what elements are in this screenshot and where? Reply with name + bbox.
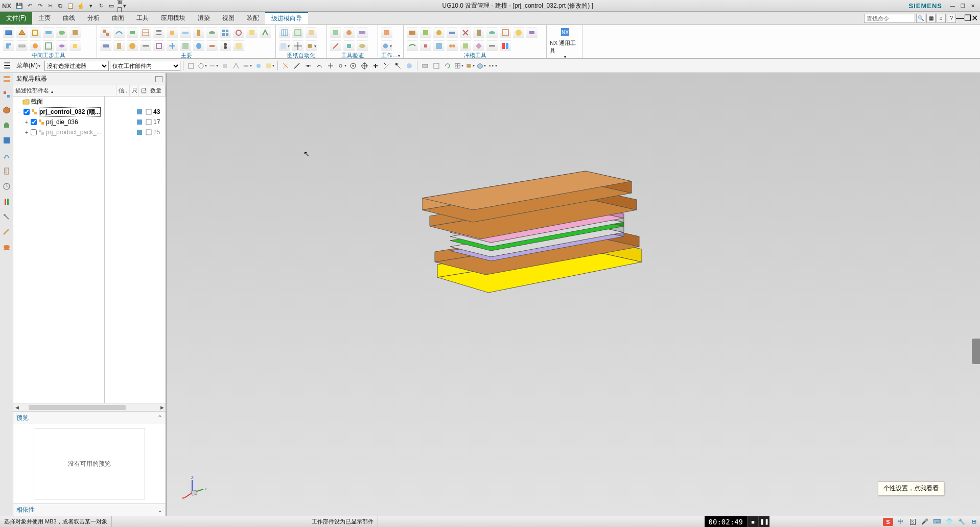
snap-end-icon[interactable] (393, 61, 403, 71)
ribbon-icon[interactable] (140, 27, 151, 38)
ribbon-icon[interactable] (3, 27, 14, 38)
rail-layers-icon[interactable] (2, 243, 12, 253)
help-home-icon[interactable]: ⌂ (937, 14, 946, 23)
ribbon-icon[interactable] (233, 27, 244, 38)
view-refresh-icon[interactable] (442, 61, 453, 71)
rail-constraint-icon[interactable] (2, 89, 12, 100)
tab-curve[interactable]: 曲线 (57, 12, 81, 25)
rail-internet-icon[interactable] (2, 151, 12, 161)
rail-history-icon[interactable] (2, 120, 12, 130)
ribbon-icon[interactable] (246, 27, 258, 38)
window-menu[interactable]: 窗口▾ (117, 1, 126, 10)
view-icon[interactable] (431, 61, 441, 71)
ime-keyboard-icon[interactable]: ⌨ (932, 518, 942, 526)
ribbon-icon[interactable] (100, 40, 111, 52)
qat-refresh-icon[interactable]: ↻ (97, 1, 106, 10)
ribbon-icon[interactable] (153, 40, 165, 52)
scroll-right-icon[interactable]: ▶ (158, 405, 166, 410)
ime-skin-icon[interactable]: 👕 (944, 518, 954, 526)
tab-tools[interactable]: 工具 (130, 12, 155, 25)
tree-row[interactable]: − prj_control_032 (顺... 43 (13, 107, 166, 117)
tree-section-row[interactable]: 截面 (13, 97, 166, 107)
ime-punct-icon[interactable]: 🅂 (907, 518, 918, 526)
scope-filter-dropdown[interactable]: 仅在工作部件内 (110, 61, 180, 71)
snap-line2-icon[interactable] (303, 61, 313, 71)
qat-save-icon[interactable]: 💾 (15, 1, 24, 10)
help-question-icon[interactable]: ? (947, 14, 956, 23)
ribbon-icon[interactable] (206, 40, 218, 52)
minimize-button[interactable]: — (948, 2, 956, 9)
selbar-icon[interactable] (253, 61, 264, 71)
tree-checkbox[interactable] (24, 109, 30, 115)
ribbon-icon[interactable] (206, 27, 218, 38)
ribbon-icon[interactable] (407, 40, 418, 52)
3d-viewport[interactable]: ↖ (167, 73, 980, 516)
ribbon-icon[interactable] (180, 40, 191, 52)
ribbon-icon[interactable] (357, 27, 368, 38)
column-readonly[interactable]: 只 (130, 85, 139, 96)
tree-checkbox[interactable] (31, 119, 37, 125)
ribbon-icon[interactable] (16, 40, 28, 52)
qat-paste-icon[interactable]: 📋 (66, 1, 75, 10)
ribbon-icon[interactable] (56, 40, 67, 52)
ribbon-icon[interactable] (306, 27, 317, 38)
rail-ruler-icon[interactable] (2, 166, 12, 176)
ribbon-icon[interactable] (330, 27, 341, 38)
collapse-icon[interactable]: ⌃ (157, 414, 162, 421)
ribbon-icon[interactable] (447, 40, 458, 52)
ime-tool-icon[interactable]: 🔧 (956, 518, 967, 526)
snap-perp-icon[interactable] (382, 61, 392, 71)
ribbon-icon[interactable] (113, 40, 125, 52)
ribbon-icon[interactable] (113, 27, 125, 38)
ribbon-icon[interactable] (193, 40, 204, 52)
view-layer-icon[interactable] (465, 61, 475, 71)
ribbon-icon[interactable] (127, 27, 138, 38)
snap-plus-icon[interactable] (370, 61, 381, 71)
ribbon-icon[interactable] (56, 27, 67, 38)
navigator-expand-button[interactable] (155, 76, 162, 82)
ribbon-icon[interactable] (447, 27, 458, 38)
rail-color-icon[interactable] (2, 197, 12, 207)
search-button[interactable]: 🔍 (916, 14, 925, 23)
snap-sphere-icon[interactable] (404, 61, 414, 71)
file-menu[interactable]: 文件(F) (0, 12, 32, 25)
orientation-triad[interactable]: Z Y X (182, 475, 207, 500)
ribbon-icon[interactable] (193, 27, 204, 38)
tab-application[interactable]: 应用模块 (155, 12, 192, 25)
ribbon-icon[interactable] (381, 27, 392, 38)
ribbon-icon[interactable] (433, 27, 445, 38)
ribbon-icon[interactable] (100, 27, 111, 38)
ribbon-icon[interactable] (500, 40, 511, 52)
stop-button[interactable]: ■ (747, 516, 758, 527)
snap-curve-icon[interactable] (314, 61, 324, 71)
close-button[interactable]: ✕ (969, 2, 977, 9)
qat-cut-icon[interactable]: ✂ (45, 1, 55, 10)
ime-lang-icon[interactable]: 中 (895, 518, 905, 526)
ribbon-icon[interactable] (279, 27, 290, 38)
rail-part-icon[interactable] (2, 105, 12, 115)
scroll-left-icon[interactable]: ◀ (13, 405, 20, 410)
ribbon-icon[interactable] (513, 27, 524, 38)
nx-general-tools-button[interactable]: NX NX 通用工具 ▾ (550, 26, 580, 59)
ribbon-icon[interactable] (30, 40, 41, 52)
ribbon-icon[interactable] (330, 40, 341, 52)
selbar-icon[interactable] (265, 61, 275, 71)
ribbon-icon[interactable] (526, 27, 538, 38)
ribbon-icon[interactable] (343, 27, 355, 38)
ribbon-icon[interactable] (420, 27, 431, 38)
ime-mic-icon[interactable]: 🎤 (920, 518, 930, 526)
selbar-icon[interactable] (197, 61, 207, 71)
tab-render[interactable]: 渲染 (192, 12, 216, 25)
qat-window-icon[interactable]: ▭ (107, 1, 116, 10)
ime-sogou-icon[interactable]: S (883, 518, 893, 526)
collapse-icon[interactable]: − (16, 109, 22, 115)
view-grid-icon[interactable] (454, 61, 464, 71)
ribbon-icon[interactable] (473, 27, 484, 38)
selbar-icon[interactable] (242, 61, 252, 71)
preview-header[interactable]: 预览 ⌃ (13, 412, 166, 424)
ribbon-icon[interactable] (500, 27, 511, 38)
ribbon-icon[interactable] (220, 40, 231, 52)
ribbon-icon[interactable] (167, 40, 178, 52)
qat-more-icon[interactable]: ▾ (86, 1, 96, 10)
ribbon-icon[interactable] (460, 27, 471, 38)
